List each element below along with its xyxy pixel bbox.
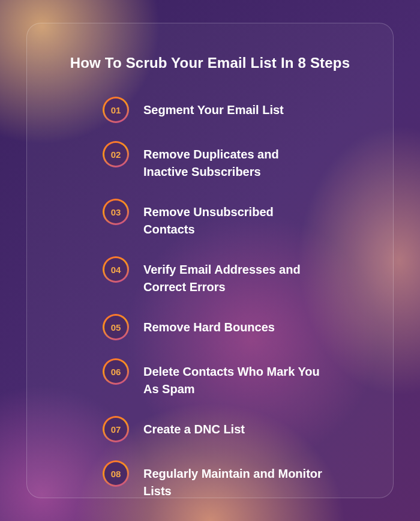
steps-list: 01 Segment Your Email List 02 Remove Dup… <box>56 97 364 500</box>
step-badge: 04 <box>103 256 129 283</box>
step-badge: 01 <box>103 97 129 123</box>
step-badge: 03 <box>103 199 129 225</box>
list-item: 02 Remove Duplicates and Inactive Subscr… <box>103 141 364 181</box>
step-label: Segment Your Email List <box>143 97 284 119</box>
step-number: 02 <box>111 149 121 160</box>
step-number: 01 <box>111 105 121 115</box>
step-badge: 05 <box>103 314 129 340</box>
step-label: Verify Email Addresses and Correct Error… <box>143 256 323 296</box>
step-number: 05 <box>111 322 121 333</box>
step-label: Remove Unsubscribed Contacts <box>143 199 323 238</box>
list-item: 07 Create a DNC List <box>103 416 364 442</box>
step-number: 04 <box>111 265 121 275</box>
step-label: Remove Hard Bounces <box>143 314 275 336</box>
step-label: Regularly Maintain and Monitor Lists <box>143 460 323 500</box>
step-number: 08 <box>111 469 121 479</box>
step-badge: 07 <box>103 416 129 442</box>
list-item: 01 Segment Your Email List <box>103 97 364 123</box>
step-badge: 08 <box>103 460 129 487</box>
list-item: 04 Verify Email Addresses and Correct Er… <box>103 256 364 296</box>
list-item: 06 Delete Contacts Who Mark You As Spam <box>103 358 364 398</box>
step-number: 06 <box>111 367 121 377</box>
list-item: 05 Remove Hard Bounces <box>103 314 364 340</box>
step-badge: 02 <box>103 141 129 167</box>
step-label: Remove Duplicates and Inactive Subscribe… <box>143 141 323 181</box>
step-label: Delete Contacts Who Mark You As Spam <box>143 358 323 398</box>
step-number: 07 <box>111 424 121 435</box>
card-title: How To Scrub Your Email List In 8 Steps <box>56 55 364 71</box>
step-number: 03 <box>111 207 121 217</box>
info-card: How To Scrub Your Email List In 8 Steps … <box>26 23 394 498</box>
step-label: Create a DNC List <box>143 416 245 438</box>
list-item: 08 Regularly Maintain and Monitor Lists <box>103 460 364 500</box>
list-item: 03 Remove Unsubscribed Contacts <box>103 199 364 238</box>
step-badge: 06 <box>103 358 129 385</box>
